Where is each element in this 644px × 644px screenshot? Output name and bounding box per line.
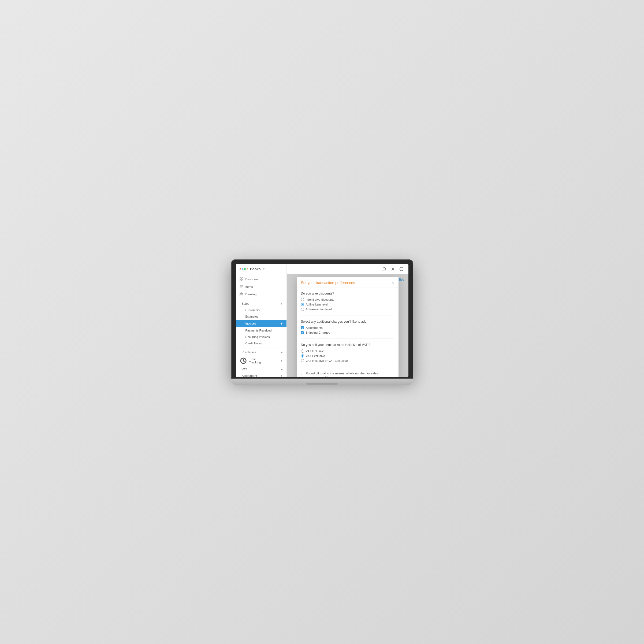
sidebar-item-customers[interactable]: Customers — [236, 307, 286, 313]
modal-close-button[interactable]: × — [392, 281, 394, 285]
laptop-base — [231, 379, 413, 385]
round-off-label-text: Round off total to the nearest whole num… — [306, 372, 378, 377]
time-tracking-icon — [240, 357, 247, 364]
payments-received-label: Payments Received — [245, 329, 272, 332]
discounts-section: Do you give discounts? I don't give disc… — [301, 292, 394, 315]
discounts-title: Do you give discounts? — [301, 292, 394, 295]
no-discount-label: I don't give discounts — [306, 298, 334, 301]
round-off-option[interactable]: Round off total to the nearest whole num… — [301, 371, 394, 377]
sidebar-section-time-tracking[interactable]: Time Tracking ▶ — [236, 355, 286, 366]
invoices-label: Invoices — [245, 322, 256, 325]
purchases-section-left: Purchases — [240, 351, 256, 354]
transaction-preferences-modal: Set your transaction preferences × Do yo… — [297, 277, 399, 377]
round-off-help-icon[interactable]: ? — [325, 376, 328, 377]
transaction-label: At transaction level — [306, 308, 332, 311]
adjustments-option[interactable]: Adjustments — [301, 326, 394, 329]
line-item-radio[interactable] — [301, 303, 304, 306]
adjustments-checkbox[interactable] — [301, 326, 304, 329]
sidebar-header: Z o h o Books ▾ — [236, 264, 286, 274]
vat-section: Do you sell your items at rates inclusiv… — [301, 343, 394, 367]
logo-h: h — [244, 267, 246, 270]
sales-chevron: ▲ — [280, 302, 283, 305]
screen-content: Z o h o Books ▾ — [236, 264, 408, 377]
app-switcher-icon[interactable]: ▾ — [263, 267, 265, 270]
vat-title: Do you sell your items at rates inclusiv… — [301, 343, 394, 347]
vat-exclusive-option[interactable]: VAT Exclusive — [301, 354, 394, 358]
sidebar-item-items[interactable]: Items — [236, 283, 286, 291]
sidebar-item-dashboard[interactable]: Dashboard — [236, 276, 286, 283]
estimates-label: Estimates — [245, 315, 258, 318]
shipping-charges-option[interactable]: Shipping Charges — [301, 331, 394, 334]
add-invoice-icon[interactable]: + — [280, 321, 282, 326]
vat-inclusive-or-exclusive-option[interactable]: VAT Inclusive or VAT Exclusive — [301, 359, 394, 362]
sidebar-section-purchases[interactable]: Purchases ▶ — [236, 349, 286, 355]
dashboard-icon — [240, 277, 243, 281]
additional-charges-checkbox-group: Adjustments Shipping Charges — [301, 326, 394, 334]
vat-inclusive-option[interactable]: VAT Inclusive — [301, 349, 394, 353]
no-discount-radio[interactable] — [301, 298, 304, 301]
round-off-checkbox[interactable] — [301, 372, 304, 375]
sales-section-left: Sales — [240, 302, 250, 305]
accountant-section-left: Accountant — [240, 374, 257, 377]
sales-label: Sales — [242, 302, 250, 305]
vat-section-left: VAT — [240, 368, 247, 371]
vat-exclusive-radio[interactable] — [301, 354, 304, 358]
round-off-section: Round off total to the nearest whole num… — [301, 371, 394, 377]
discounts-radio-group: I don't give discounts At line item leve… — [301, 298, 394, 311]
sidebar-section-accountant[interactable]: Accountant ▶ — [236, 373, 286, 377]
svg-point-10 — [392, 268, 393, 270]
app-container: Z o h o Books ▾ — [236, 264, 408, 377]
vat-inclusive-or-exclusive-radio[interactable] — [301, 359, 304, 362]
round-off-text: Round off total to the nearest whole num… — [306, 371, 394, 377]
vat-radio-group: VAT Inclusive VAT Exclusive — [301, 349, 394, 362]
sidebar-item-credit-notes[interactable]: Credit Notes — [236, 340, 286, 347]
nav-divider-2 — [236, 348, 286, 348]
sidebar-item-banking[interactable]: Banking — [236, 291, 286, 298]
sidebar-item-payments-received[interactable]: Payments Received — [236, 327, 286, 334]
sidebar: Z o h o Books ▾ — [236, 264, 287, 377]
svg-rect-1 — [242, 278, 243, 279]
additional-charges-title: Select any additional charges you'll lik… — [301, 320, 394, 323]
additional-charges-section: Select any additional charges you'll lik… — [301, 320, 394, 339]
vat-inclusive-label: VAT Inclusive — [306, 349, 324, 353]
time-tracking-section-left: Time Tracking — [240, 357, 261, 364]
svg-rect-0 — [240, 278, 241, 279]
modal-body: Do you give discounts? I don't give disc… — [297, 288, 399, 377]
shipping-charges-label: Shipping Charges — [306, 331, 330, 334]
accountant-label: Accountant — [242, 374, 257, 377]
sidebar-section-vat[interactable]: VAT ▶ — [236, 366, 286, 373]
svg-rect-4 — [240, 293, 243, 296]
logo-o2: o — [247, 267, 248, 270]
time-tracking-chevron: ▶ — [281, 359, 283, 362]
bell-icon[interactable] — [382, 266, 387, 272]
transaction-option[interactable]: At transaction level — [301, 308, 394, 311]
vat-chevron: ▶ — [281, 368, 283, 371]
content-area: Due date 09/30/2021 Page Tips — [287, 274, 408, 377]
svg-rect-3 — [242, 280, 243, 281]
banking-label: Banking — [245, 293, 257, 296]
sidebar-item-recurring-invoices[interactable]: Recurring Invoices — [236, 334, 286, 340]
shipping-charges-checkbox[interactable] — [301, 331, 304, 334]
accountant-chevron: ▶ — [281, 374, 283, 377]
laptop-wrapper: Z o h o Books ▾ — [231, 259, 413, 385]
transaction-radio[interactable] — [301, 308, 304, 311]
items-icon — [240, 285, 243, 289]
line-item-label: At line item level — [306, 303, 328, 306]
top-bar — [287, 264, 408, 274]
time-tracking-label: Time Tracking — [249, 358, 261, 364]
settings-icon[interactable] — [390, 266, 396, 272]
modal-overlay: Set your transaction preferences × Do yo… — [287, 274, 408, 377]
banking-icon — [240, 292, 243, 296]
vat-label: VAT — [242, 368, 247, 371]
line-item-option[interactable]: At line item level — [301, 303, 394, 306]
adjustments-label: Adjustments — [306, 326, 323, 329]
help-icon[interactable] — [399, 266, 404, 272]
customers-label: Customers — [245, 308, 260, 312]
vat-inclusive-radio[interactable] — [301, 349, 304, 353]
no-discount-option[interactable]: I don't give discounts — [301, 298, 394, 301]
logo-o1: o — [242, 267, 244, 270]
sidebar-item-estimates[interactable]: Estimates — [236, 313, 286, 320]
svg-rect-2 — [240, 280, 241, 281]
sidebar-item-invoices[interactable]: Invoices + — [236, 320, 286, 327]
sidebar-section-sales[interactable]: Sales ▲ — [236, 300, 286, 307]
